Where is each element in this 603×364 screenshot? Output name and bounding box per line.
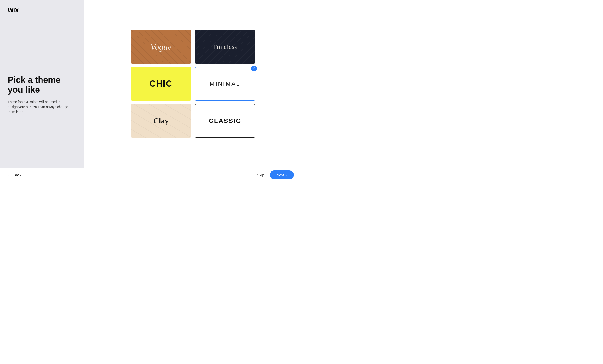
theme-label-minimal: MINIMAL (209, 81, 240, 87)
page-subtext: These fonts & colors will be used to des… (8, 99, 70, 115)
next-arrow-icon: › (286, 173, 287, 177)
wix-logo: WiX (8, 7, 77, 14)
next-label: Next (277, 173, 284, 177)
theme-label-clay: Clay (153, 117, 169, 125)
theme-card-vogue[interactable]: Vogue (131, 30, 191, 64)
theme-card-clay[interactable]: Clay (131, 104, 191, 138)
theme-label-vogue: Vogue (151, 42, 172, 52)
skip-button[interactable]: Skip (257, 173, 264, 177)
next-button[interactable]: Next › (270, 170, 294, 179)
page-heading: Pick a themeyou like (8, 75, 77, 95)
themes-grid: Vogue Timeless CHIC ✓ MINIMAL Clay CLASS… (131, 30, 255, 138)
skip-label: Skip (257, 173, 264, 177)
theme-label-classic: CLASSIC (209, 117, 241, 125)
selected-checkmark: ✓ (251, 66, 257, 71)
theme-label-timeless: Timeless (213, 43, 237, 50)
back-label: Back (13, 173, 21, 177)
back-button[interactable]: ← Back (8, 173, 21, 177)
theme-card-classic[interactable]: CLASSIC (195, 104, 255, 138)
theme-card-minimal[interactable]: ✓ MINIMAL (195, 67, 255, 101)
left-panel: WiX Pick a themeyou like These fonts & c… (0, 0, 84, 168)
footer-right: Skip Next › (257, 170, 294, 179)
right-panel: Vogue Timeless CHIC ✓ MINIMAL Clay CLASS… (84, 0, 302, 168)
theme-label-chic: CHIC (150, 79, 173, 89)
back-arrow-icon: ← (8, 173, 12, 177)
footer: ← Back Skip Next › (0, 168, 302, 182)
theme-card-chic[interactable]: CHIC (131, 67, 191, 101)
theme-card-timeless[interactable]: Timeless (195, 30, 255, 64)
